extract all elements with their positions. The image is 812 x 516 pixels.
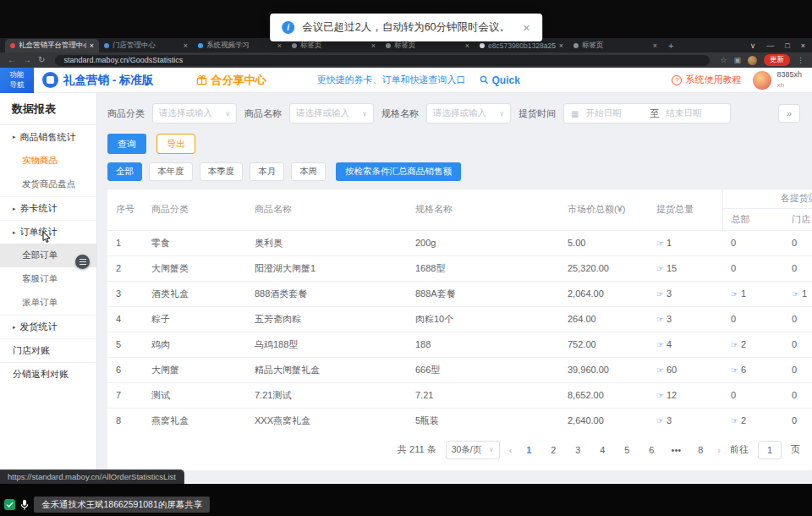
quick-filter-year[interactable]: 本年度 <box>149 162 193 181</box>
microphone-icon <box>20 499 29 510</box>
tab-close-icon[interactable]: × <box>277 41 282 50</box>
page-number-5[interactable]: 5 <box>619 441 634 459</box>
store-count-link[interactable]: ☞1 <box>792 288 807 299</box>
pickup-count-link[interactable]: ☞12 <box>656 390 677 400</box>
hq-count-link[interactable]: ☞6 <box>731 365 746 375</box>
export-button[interactable]: 导出 <box>156 134 195 154</box>
maximize-button[interactable]: □ <box>785 41 789 50</box>
app-header: 功能 导航 礼盒营销 - 标准版 合分享中心 更快捷的券卡、订单和快递查询入口 … <box>0 68 812 93</box>
sidebar-item-rebate-reconciliation[interactable]: 分销返利对账 <box>0 362 96 386</box>
date-range-picker[interactable]: ▦ 开始日期 至 结束日期 <box>563 103 731 124</box>
sidebar-item-coupon-stats[interactable]: ▸ 券卡统计 <box>0 196 96 220</box>
category-select[interactable]: 请选择或输入 ∨ <box>152 103 237 124</box>
tab-close-icon[interactable]: × <box>184 41 188 50</box>
favicon <box>573 43 579 48</box>
extensions-icon[interactable]: ▣ <box>733 56 741 64</box>
quick-search-link[interactable]: Quick <box>480 74 520 86</box>
sidebar-item-goods-sales-stats[interactable]: ▸ 商品销售统计 <box>0 125 96 149</box>
col-hq: 总部 <box>722 208 783 230</box>
search-button[interactable]: 查询 <box>107 134 146 154</box>
favicon <box>292 43 297 48</box>
pickup-count-link[interactable]: ☞3 <box>656 288 672 299</box>
page-number-3[interactable]: 3 <box>570 441 585 459</box>
browser-tab-store-admin[interactable]: 门店管理中心 × <box>99 39 193 52</box>
sidebar-item-physical-goods[interactable]: 实物商品 <box>0 149 96 173</box>
toast-message: 会议已超过2人，自动转为60分钟限时会议。 <box>302 20 510 35</box>
address-bar[interactable]: standard.maboy.cn/GoodsStatistics <box>55 55 710 66</box>
sidebar-item-order-stats[interactable]: ▸ 订单统计 <box>0 220 96 244</box>
page-number-4[interactable]: 4 <box>595 441 610 459</box>
page-ellipsis[interactable]: ••• <box>668 441 683 459</box>
bottom-bar: 金禾通技术王斌18662591081的屏幕共享 <box>0 484 812 516</box>
sidebar-item-shipping-stats[interactable]: ▸ 发货统计 <box>0 315 96 338</box>
sidebar-item-dispatch-orders[interactable]: 派单订单 <box>0 291 96 315</box>
browser-tab-7[interactable]: 标签页 × <box>568 39 662 52</box>
page-size-select[interactable]: 30条/页 ∨ <box>446 441 500 459</box>
pickup-count-link[interactable]: ☞1 <box>656 238 672 248</box>
store-count-icon: ☞ <box>792 289 799 299</box>
back-button[interactable]: ← <box>8 56 16 64</box>
tab-close-icon[interactable]: × <box>465 41 469 50</box>
sidebar-item-store-reconciliation[interactable]: 门店对账 <box>0 338 96 362</box>
table-row: 1 零食 奥利奥 200g 5.00 ☞1 0 0 <box>107 230 812 255</box>
reload-button[interactable]: ↻ <box>38 56 45 64</box>
page-number-1[interactable]: 1 <box>521 441 536 459</box>
browser-toolbar: ← → ↻ standard.maboy.cn/GoodsStatistics … <box>0 52 812 68</box>
quick-filter-month[interactable]: 本月 <box>250 162 284 181</box>
forward-button[interactable]: → <box>23 56 31 64</box>
pickup-count-link[interactable]: ☞3 <box>656 314 672 324</box>
name-select[interactable]: 请选择或输入 ∨ <box>289 103 374 124</box>
tab-close-icon[interactable]: × <box>653 41 657 50</box>
col-store: 门店 <box>783 208 812 230</box>
dock-handle[interactable] <box>75 255 90 269</box>
chrome-update-chip[interactable]: 更新 <box>764 54 790 66</box>
page-number-2[interactable]: 2 <box>546 441 561 459</box>
quick-filter-quarter[interactable]: 本季度 <box>200 162 244 181</box>
triangle-icon: ▸ <box>13 206 16 212</box>
page-number-6[interactable]: 6 <box>644 441 659 459</box>
tab-close-icon[interactable]: × <box>90 41 94 50</box>
tutorial-link[interactable]: ? 系统使用教程 <box>672 74 741 86</box>
tab-close-icon[interactable]: × <box>371 41 376 50</box>
share-center-link[interactable]: 合分享中心 <box>196 73 266 88</box>
function-nav-button[interactable]: 功能 导航 <box>0 68 34 93</box>
hq-count-link[interactable]: ☞2 <box>731 339 746 349</box>
spec-select[interactable]: 请选择或输入 ∨ <box>426 103 511 124</box>
pickup-count-link[interactable]: ☞3 <box>656 415 672 425</box>
hq-count-link[interactable]: ☞1 <box>731 288 746 299</box>
quick-filter-all[interactable]: 全部 <box>107 162 142 181</box>
pickup-count-link[interactable]: ☞60 <box>656 365 677 375</box>
collapse-panel-button[interactable]: » <box>778 104 800 123</box>
page-number-last[interactable]: 8 <box>693 441 708 459</box>
header-right-group: ? 系统使用教程 8385xh xh <box>672 70 802 90</box>
quick-filter-week[interactable]: 本周 <box>291 162 326 181</box>
user-avatar <box>753 71 771 90</box>
toast-close-icon[interactable]: × <box>523 21 530 34</box>
sidebar-item-service-orders[interactable]: 客服订单 <box>0 267 96 291</box>
user-menu[interactable]: 8385xh xh <box>753 70 802 90</box>
table-row: 7 测试 7.21测试 7.21 8,652.00 ☞12 0 0 <box>107 382 812 408</box>
hq-count-link[interactable]: ☞2 <box>731 415 746 425</box>
new-tab-button[interactable]: + <box>668 41 673 51</box>
pickup-count-link[interactable]: ☞15 <box>656 263 677 273</box>
filter-row: 商品分类 请选择或输入 ∨ 商品名称 请选择或输入 ∨ 规格名称 请选择或输入 … <box>107 103 812 124</box>
browser-tab-gift-admin[interactable]: 礼盒营销平台管理中心 × <box>5 39 99 52</box>
bookmark-star-icon[interactable]: ☆ <box>720 56 727 64</box>
table-row: 5 鸡肉 乌鸡188型 188 752.00 ☞4 ☞2 0 <box>107 332 812 357</box>
goto-label: 前往 <box>730 443 749 456</box>
goto-page-input[interactable] <box>758 441 782 459</box>
end-date-placeholder: 结束日期 <box>666 107 723 119</box>
browser-profile-avatar[interactable] <box>748 56 757 65</box>
prev-page-button[interactable]: ‹ <box>509 445 513 455</box>
sidebar-item-shipping-inventory[interactable]: 发货商品盘点 <box>0 173 96 196</box>
close-window-button[interactable]: × <box>801 41 805 50</box>
pickup-count-link[interactable]: ☞4 <box>656 339 672 349</box>
table-row: 6 大闸蟹 精品大闸蟹礼盒 666型 39,960.00 ☞60 ☞6 0 <box>107 357 812 382</box>
next-page-button[interactable]: › <box>717 445 721 455</box>
table-scroll-area[interactable]: 序号 商品分类 商品名称 规格名称 市场价总额(¥) 提货总量 各提货渠道 总部 <box>107 189 812 429</box>
summary-by-criteria-button[interactable]: 按检索条件汇总商品销售额 <box>336 162 461 181</box>
minimize-button[interactable]: — <box>766 41 774 50</box>
tab-search-icon[interactable]: ∨ <box>750 41 756 50</box>
tab-close-icon[interactable]: × <box>559 41 563 50</box>
browser-menu-icon[interactable]: ⋮ <box>797 56 804 64</box>
